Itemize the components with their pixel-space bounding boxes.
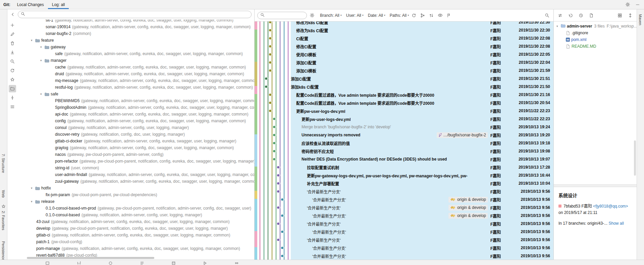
- commit-row[interactable]: 添加k8s CI配置F嘉阳2019/11/30 21:50: [255, 83, 553, 91]
- expand-arrow-icon[interactable]: ▾: [40, 92, 44, 96]
- branch-search-input[interactable]: [18, 11, 252, 18]
- changed-file-row[interactable]: README.MD: [554, 43, 637, 50]
- commit-row[interactable]: CI配置F嘉阳2019/11/30 22:08: [255, 34, 553, 42]
- tab-log-all[interactable]: Log: all: [48, 0, 69, 9]
- commit-row[interactable]: '合并最新生产分支'F嘉阳2019/10/13 9:56: [255, 236, 553, 244]
- branch-row[interactable]: sonar-bugfix-2(common): [17, 30, 254, 37]
- branch-row[interactable]: gitlab-ci(gateway, notification, admin-s…: [17, 232, 254, 238]
- checkout-icon[interactable]: [9, 49, 16, 56]
- commit-row[interactable]: '合并最新生产分支'F嘉阳2019/10/13 9:56: [255, 187, 553, 195]
- bottom-tool-icon[interactable]: [75, 260, 83, 265]
- branch-row[interactable]: nacos(gateway, pw-cloud-pom-parent, admi…: [17, 151, 254, 158]
- view-options-icon[interactable]: [9, 103, 16, 111]
- commit-row[interactable]: '合并最新生产分支'F嘉阳2019/10/13 9:56: [255, 220, 553, 228]
- branch-row[interactable]: cache(gateway, notification, admin-serve…: [17, 64, 254, 71]
- commit-row[interactable]: Unnecessary imports removed…/bugfix/sona…: [255, 131, 553, 139]
- branch-row[interactable]: pom-refactor(gateway, pw-cloud-pom-paren…: [17, 158, 254, 165]
- branch-folder-row[interactable]: ▾safe: [17, 91, 254, 97]
- expand-arrow-icon[interactable]: ▾: [31, 39, 35, 42]
- expand-arrow-icon[interactable]: ▾: [31, 200, 35, 203]
- commit-row[interactable]: '合并最新生产分支'F嘉阳2019/10/13 9:56: [255, 228, 553, 236]
- commit-row[interactable]: 拉取配置重试机制F嘉阳2019/10/13 17:28: [255, 163, 553, 171]
- find-icon[interactable]: [9, 58, 16, 65]
- commit-row[interactable]: '合并最新生产分支'origin & developF嘉阳2019/10/13 …: [255, 204, 553, 212]
- changed-file-row[interactable]: .gitignore: [554, 30, 637, 36]
- changed-file-row[interactable]: mpom.xml: [554, 36, 637, 43]
- commit-row[interactable]: 补充生产部署配置F嘉阳2019/10/13 10:04: [255, 179, 553, 187]
- commit-row[interactable]: 更新pw-user-logs-dev.ymlF嘉阳2019/11/22 22:2…: [255, 107, 553, 115]
- branch-row[interactable]: graylog(gateway, notification, admin-ser…: [17, 144, 254, 151]
- favorite-star-icon[interactable]: [9, 76, 16, 83]
- branch-folder-row[interactable]: ▾hotfix: [17, 185, 254, 191]
- tag-ref-chip[interactable]: origin & develop: [448, 197, 488, 203]
- branch-row[interactable]: druid(gateway, notification, admin-serve…: [17, 71, 254, 77]
- go-to-hash-search-icon[interactable]: [543, 12, 551, 19]
- commit-row[interactable]: 添加CI配置F嘉阳2019/11/30 21:51: [255, 75, 553, 83]
- user-filter[interactable]: User: All ▾: [346, 13, 364, 18]
- branch-row[interactable]: SpringBootAdmin(gateway, notification, a…: [17, 104, 254, 111]
- branch-row[interactable]: 0.1.0-consol-based-vm-prod(gateway, pw-c…: [17, 205, 254, 212]
- add-branch-icon[interactable]: [9, 21, 16, 29]
- back-arrow-icon[interactable]: [9, 11, 16, 18]
- branch-row[interactable]: config(gateway, notification, admin-serv…: [17, 118, 254, 124]
- expand-arrow-icon[interactable]: ▾: [556, 25, 560, 28]
- commit-row[interactable]: 更新pw-gateway-logs-dev.yml, pw-user-logs-…: [255, 171, 553, 179]
- commit-row[interactable]: 配置Code后置过滤器，Vue admin template 要求返回的code…: [255, 91, 553, 99]
- branch-row[interactable]: 43-zuul(gateway, notification, admin-ser…: [17, 218, 254, 225]
- commit-row[interactable]: 修改CI配置F嘉阳2019/11/30 22:08: [255, 42, 553, 50]
- tool-window-tab-favorites[interactable]: 2: Favorites: [1, 211, 5, 230]
- branch-filter[interactable]: Branch: All ▾: [320, 13, 342, 18]
- branch-row[interactable]: user-admin-findall(gateway, notification…: [17, 171, 254, 178]
- tool-window-tab-structure[interactable]: 7: Structure: [1, 154, 5, 173]
- tab-local-changes[interactable]: Local Changes: [13, 0, 48, 9]
- history-clock-icon[interactable]: [577, 12, 585, 19]
- preview-diff-eye-icon[interactable]: [436, 12, 444, 19]
- branch-row[interactable]: zuul-gateway(gateway, notification, admi…: [17, 178, 254, 185]
- tag-ref-chip[interactable]: origin & develop: [448, 213, 488, 219]
- branch-folder-row[interactable]: ▾gateway: [17, 44, 254, 50]
- expand-arrow-icon[interactable]: ▾: [31, 186, 35, 190]
- bottom-tool-icon[interactable]: [201, 260, 209, 265]
- commit-row[interactable]: 使用CI模板F嘉阳2019/11/30 22:05: [255, 50, 553, 58]
- commit-row[interactable]: Neither DES (Data Encryption Standard) n…: [255, 155, 553, 163]
- edit-icon[interactable]: [9, 31, 16, 38]
- details-splitter[interactable]: [554, 184, 637, 187]
- intellisort-icon[interactable]: [419, 12, 426, 19]
- show-diff-icon[interactable]: [588, 12, 595, 19]
- filter-settings-icon[interactable]: [308, 12, 316, 19]
- hide-tool-window-icon[interactable]: [634, 1, 641, 8]
- compare-icon[interactable]: [556, 12, 564, 19]
- tag-ref-chip[interactable]: origin & develop: [448, 205, 488, 211]
- commit-row[interactable]: '合并最新生产分支'origin & developF嘉阳2019/10/13 …: [255, 195, 553, 204]
- branch-row[interactable]: sit-1(gateway, notification, admin-serve…: [17, 19, 254, 24]
- tool-window-tab-persistence[interactable]: Persistence: [1, 241, 5, 260]
- collapse-branches-icon[interactable]: [445, 12, 452, 19]
- refresh-log-icon[interactable]: [410, 12, 418, 19]
- tool-window-tab-maven[interactable]: Maven: [638, 14, 642, 25]
- branch-row[interactable]: fix-jvm-param(pw-cloud-pom-parent, pw-cl…: [17, 191, 254, 198]
- paths-filter[interactable]: Paths: All ▾: [390, 13, 409, 18]
- branch-row[interactable]: sonar-190914(gateway, notification, admi…: [17, 24, 254, 30]
- horizontal-scrollbar[interactable]: [27, 257, 154, 259]
- branch-ref-chip[interactable]: …/bugfix/sonar-bugfix-2: [437, 132, 488, 138]
- commit-row[interactable]: 修改为k8s CI配置F嘉阳2019/11/30 22:30: [255, 26, 553, 34]
- branch-row[interactable]: api-doc(gateway, notification, admin-ser…: [17, 111, 254, 118]
- branch-row[interactable]: pom-manage(gateway, notification, admin-…: [17, 245, 254, 252]
- branch-folder-row[interactable]: ▾feature: [17, 37, 254, 44]
- bottom-tool-icon[interactable]: [233, 260, 240, 265]
- sort-icon[interactable]: [428, 12, 435, 19]
- commit-node-icon[interactable]: [9, 94, 16, 101]
- settings-gear-icon[interactable]: [624, 1, 631, 8]
- group-by-icon[interactable]: [616, 12, 624, 19]
- log-filter-input[interactable]: [257, 12, 307, 19]
- branch-folder-row[interactable]: ▾release: [17, 198, 254, 205]
- commit-row[interactable]: 添加CI模板F嘉阳2019/11/30 21:59: [255, 67, 553, 75]
- vertical-scrollbar[interactable]: [634, 140, 636, 176]
- refresh-icon[interactable]: [9, 67, 16, 74]
- commit-row[interactable]: 更新pw-user-logs-dev.ymlF嘉阳2019/11/22 22:2…: [255, 115, 553, 123]
- branch-row[interactable]: 0.1.0-consul-based(gateway, notification…: [17, 212, 254, 218]
- group-by-directory-icon[interactable]: [9, 85, 16, 92]
- commit-row[interactable]: '合并最新生产分支'F嘉阳2019/10/13 9:56: [255, 252, 553, 260]
- commit-hash[interactable]: 7bfabd53: [564, 204, 580, 209]
- branch-row[interactable]: mq-message(gateway, notification, admin-…: [17, 77, 254, 84]
